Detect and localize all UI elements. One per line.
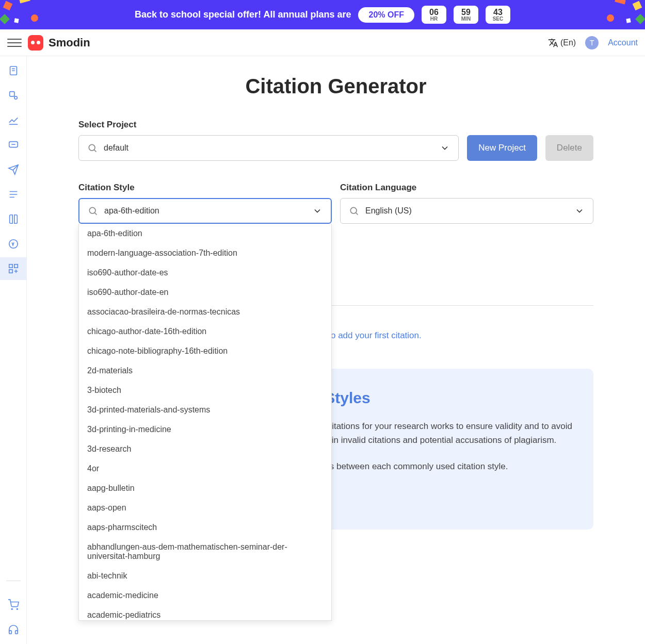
svg-point-10 [89,144,95,151]
chevron-down-icon [312,206,322,216]
dropdown-option[interactable]: aaps-pharmscitech [79,518,331,537]
page-title: Citation Generator [78,75,593,98]
avatar[interactable]: T [585,36,599,49]
sidebar-item-8[interactable] [7,238,20,250]
dropdown-option[interactable]: academic-pediatrics [79,605,331,621]
support-icon[interactable] [7,623,20,636]
sidebar-item-5[interactable] [7,163,20,176]
dropdown-option[interactable]: chicago-note-bibliography-16th-edition [79,341,331,361]
timer-hours: 06 HR [422,6,446,24]
svg-point-12 [350,207,357,213]
citation-language-label: Citation Language [340,183,593,193]
banner-decoration-left [0,0,62,29]
sidebar-item-6[interactable] [7,188,20,201]
brand-name[interactable]: Smodin [49,36,90,49]
dropdown-option[interactable]: iso690-author-date-es [79,263,331,283]
citation-language-select[interactable]: English (US) [340,198,593,224]
dropdown-option[interactable]: 3d-printing-in-medicine [79,420,331,439]
sidebar [0,56,27,644]
select-project-label: Select Project [78,120,459,130]
svg-point-8 [11,608,12,609]
dropdown-option[interactable]: aaps-open [79,498,331,518]
translate-icon [548,38,558,48]
citation-style-label: Citation Style [78,183,332,193]
dropdown-option[interactable]: abi-technik [79,566,331,586]
sidebar-divider [6,581,21,581]
sidebar-item-1[interactable] [7,64,20,77]
svg-rect-1 [9,92,14,96]
dropdown-option[interactable]: chicago-author-date-16th-edition [79,322,331,341]
delete-button[interactable]: Delete [545,135,593,161]
search-icon [349,206,359,216]
search-icon [88,206,98,216]
cart-icon[interactable] [7,599,20,611]
sidebar-item-3[interactable] [7,114,20,126]
dropdown-option[interactable]: modern-language-association-7th-edition [79,243,331,263]
svg-point-11 [89,207,95,213]
chevron-down-icon [574,206,585,216]
svg-point-2 [14,96,17,100]
citation-style-select[interactable]: apa-6th-edition [78,198,332,224]
sidebar-item-4[interactable] [7,139,20,151]
timer-minutes: 59 MIN [454,6,478,24]
banner-text: Back to school special offer! All annual… [135,9,351,20]
banner-decoration-right [583,0,645,29]
dropdown-option[interactable]: 4or [79,459,331,478]
search-icon [87,143,98,153]
sidebar-item-citation[interactable] [0,257,27,280]
chevron-down-icon [440,143,450,153]
svg-rect-7 [9,270,12,273]
sidebar-item-2[interactable] [7,89,20,102]
discount-badge[interactable]: 20% OFF [358,7,414,23]
svg-point-9 [17,608,18,609]
dropdown-option[interactable]: iso690-author-date-en [79,283,331,302]
dropdown-option[interactable]: aapg-bulletin [79,478,331,498]
project-select[interactable]: default [78,135,459,161]
logo-icon[interactable] [28,35,43,51]
dropdown-option[interactable]: 3d-printed-materials-and-systems [79,400,331,420]
dropdown-option[interactable]: 3-biotech [79,381,331,400]
dropdown-option[interactable]: abhandlungen-aus-dem-mathematischen-semi… [79,537,331,566]
dropdown-option[interactable]: 2d-materials [79,361,331,381]
sidebar-item-7[interactable] [7,213,20,225]
timer-seconds: 43 SEC [486,6,510,24]
menu-icon[interactable] [7,36,22,50]
header: Smodin (En) T Account [0,29,645,56]
main-content: Citation Generator Select Project defaul… [27,56,645,644]
new-project-button[interactable]: New Project [467,135,537,161]
citation-style-dropdown[interactable]: apa-6th-editionmodern-language-associati… [78,224,332,621]
account-link[interactable]: Account [608,38,638,47]
dropdown-option[interactable]: 3d-research [79,439,331,459]
svg-rect-5 [9,265,12,268]
dropdown-option[interactable]: academic-medicine [79,586,331,605]
dropdown-option[interactable]: associacao-brasileira-de-normas-tecnicas [79,302,331,322]
promo-banner: Back to school special offer! All annual… [0,0,645,29]
language-switcher[interactable]: (En) [548,38,576,48]
dropdown-option[interactable]: apa-6th-edition [79,224,331,243]
svg-rect-6 [14,265,17,268]
